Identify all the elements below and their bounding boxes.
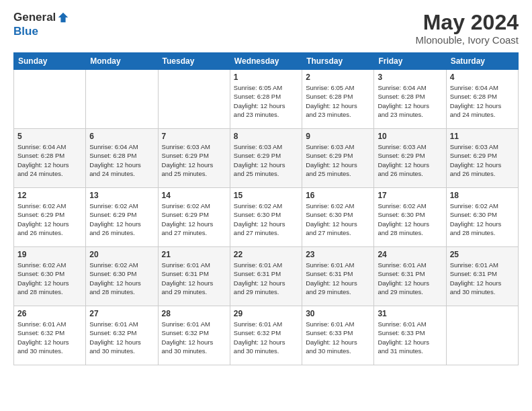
day-info: Sunrise: 6:01 AM Sunset: 6:31 PM Dayligh…: [378, 261, 442, 296]
day-number: 6: [89, 132, 154, 141]
day-info: Sunrise: 6:01 AM Sunset: 6:33 PM Dayligh…: [378, 320, 442, 355]
day-info: Sunrise: 6:01 AM Sunset: 6:31 PM Dayligh…: [450, 261, 515, 296]
day-info: Sunrise: 6:01 AM Sunset: 6:32 PM Dayligh…: [162, 320, 226, 355]
calendar-cell: 13Sunrise: 6:02 AM Sunset: 6:29 PM Dayli…: [86, 188, 158, 247]
day-info: Sunrise: 6:04 AM Sunset: 6:28 PM Dayligh…: [450, 83, 515, 119]
day-info: Sunrise: 6:05 AM Sunset: 6:28 PM Dayligh…: [306, 83, 370, 119]
header-row: SundayMondayTuesdayWednesdayThursdayFrid…: [14, 53, 519, 70]
svg-marker-0: [58, 13, 68, 22]
day-info: Sunrise: 6:04 AM Sunset: 6:28 PM Dayligh…: [17, 142, 82, 178]
header: General Blue May 2024 Mlonouble, Ivory C…: [13, 11, 519, 46]
logo-icon: [57, 11, 69, 24]
calendar-cell: [86, 70, 158, 129]
day-info: Sunrise: 6:03 AM Sunset: 6:29 PM Dayligh…: [378, 142, 442, 178]
day-info: Sunrise: 6:01 AM Sunset: 6:31 PM Dayligh…: [306, 261, 370, 296]
calendar-cell: 24Sunrise: 6:01 AM Sunset: 6:31 PM Dayli…: [374, 247, 446, 306]
day-info: Sunrise: 6:02 AM Sunset: 6:29 PM Dayligh…: [17, 201, 82, 237]
calendar-cell: 5Sunrise: 6:04 AM Sunset: 6:28 PM Daylig…: [14, 129, 86, 188]
calendar-cell: 6Sunrise: 6:04 AM Sunset: 6:28 PM Daylig…: [86, 129, 158, 188]
logo: General Blue: [13, 11, 69, 38]
day-number: 5: [17, 132, 82, 141]
calendar-cell: 30Sunrise: 6:01 AM Sunset: 6:33 PM Dayli…: [302, 306, 374, 365]
day-info: Sunrise: 6:03 AM Sunset: 6:29 PM Dayligh…: [234, 142, 298, 178]
day-number: 22: [234, 250, 298, 259]
header-cell-sunday: Sunday: [14, 53, 86, 70]
calendar-table: SundayMondayTuesdayWednesdayThursdayFrid…: [13, 52, 519, 365]
day-info: Sunrise: 6:02 AM Sunset: 6:30 PM Dayligh…: [450, 201, 515, 237]
day-number: 23: [306, 250, 370, 259]
calendar-cell: 28Sunrise: 6:01 AM Sunset: 6:32 PM Dayli…: [158, 306, 230, 365]
calendar-cell: 10Sunrise: 6:03 AM Sunset: 6:29 PM Dayli…: [374, 129, 446, 188]
day-number: 25: [450, 250, 515, 259]
day-info: Sunrise: 6:03 AM Sunset: 6:29 PM Dayligh…: [162, 142, 226, 178]
day-number: 27: [89, 309, 154, 318]
calendar-cell: 2Sunrise: 6:05 AM Sunset: 6:28 PM Daylig…: [302, 70, 374, 129]
calendar-cell: 31Sunrise: 6:01 AM Sunset: 6:33 PM Dayli…: [374, 306, 446, 365]
day-info: Sunrise: 6:02 AM Sunset: 6:30 PM Dayligh…: [17, 261, 82, 296]
day-number: 4: [450, 73, 515, 82]
day-info: Sunrise: 6:04 AM Sunset: 6:28 PM Dayligh…: [378, 83, 442, 119]
calendar-cell: 26Sunrise: 6:01 AM Sunset: 6:32 PM Dayli…: [14, 306, 86, 365]
day-info: Sunrise: 6:05 AM Sunset: 6:28 PM Dayligh…: [234, 83, 298, 119]
calendar-week-5: 26Sunrise: 6:01 AM Sunset: 6:32 PM Dayli…: [14, 306, 519, 365]
day-info: Sunrise: 6:02 AM Sunset: 6:30 PM Dayligh…: [306, 201, 370, 237]
logo-blue-text: Blue: [13, 25, 38, 38]
calendar-body: 1Sunrise: 6:05 AM Sunset: 6:28 PM Daylig…: [14, 70, 519, 365]
day-number: 2: [306, 73, 370, 82]
calendar-cell: 22Sunrise: 6:01 AM Sunset: 6:31 PM Dayli…: [230, 247, 302, 306]
calendar-cell: 8Sunrise: 6:03 AM Sunset: 6:29 PM Daylig…: [230, 129, 302, 188]
header-cell-friday: Friday: [374, 53, 446, 70]
calendar-cell: 29Sunrise: 6:01 AM Sunset: 6:32 PM Dayli…: [230, 306, 302, 365]
day-info: Sunrise: 6:01 AM Sunset: 6:32 PM Dayligh…: [17, 320, 82, 355]
calendar-cell: 4Sunrise: 6:04 AM Sunset: 6:28 PM Daylig…: [446, 70, 518, 129]
header-cell-tuesday: Tuesday: [158, 53, 230, 70]
day-number: 26: [17, 309, 82, 318]
day-number: 13: [89, 191, 154, 200]
day-number: 21: [162, 250, 226, 259]
day-number: 29: [234, 309, 298, 318]
calendar-cell: 3Sunrise: 6:04 AM Sunset: 6:28 PM Daylig…: [374, 70, 446, 129]
calendar-cell: 19Sunrise: 6:02 AM Sunset: 6:30 PM Dayli…: [14, 247, 86, 306]
day-info: Sunrise: 6:02 AM Sunset: 6:30 PM Dayligh…: [234, 201, 298, 237]
calendar-cell: 23Sunrise: 6:01 AM Sunset: 6:31 PM Dayli…: [302, 247, 374, 306]
calendar-cell: 17Sunrise: 6:02 AM Sunset: 6:30 PM Dayli…: [374, 188, 446, 247]
day-number: 8: [234, 132, 298, 141]
day-number: 10: [378, 132, 442, 141]
day-number: 15: [234, 191, 298, 200]
header-cell-saturday: Saturday: [446, 53, 518, 70]
day-number: 24: [378, 250, 442, 259]
header-cell-wednesday: Wednesday: [230, 53, 302, 70]
day-info: Sunrise: 6:04 AM Sunset: 6:28 PM Dayligh…: [89, 142, 154, 178]
day-info: Sunrise: 6:02 AM Sunset: 6:29 PM Dayligh…: [89, 201, 154, 237]
day-number: 11: [450, 132, 515, 141]
calendar-cell: 1Sunrise: 6:05 AM Sunset: 6:28 PM Daylig…: [230, 70, 302, 129]
day-number: 31: [378, 309, 442, 318]
calendar-cell: 27Sunrise: 6:01 AM Sunset: 6:32 PM Dayli…: [86, 306, 158, 365]
logo-general-text: General: [13, 11, 56, 24]
calendar-week-3: 12Sunrise: 6:02 AM Sunset: 6:29 PM Dayli…: [14, 188, 519, 247]
calendar-cell: [14, 70, 86, 129]
day-info: Sunrise: 6:02 AM Sunset: 6:29 PM Dayligh…: [162, 201, 226, 237]
calendar-cell: [158, 70, 230, 129]
header-cell-thursday: Thursday: [302, 53, 374, 70]
day-number: 1: [234, 73, 298, 82]
calendar-cell: 18Sunrise: 6:02 AM Sunset: 6:30 PM Dayli…: [446, 188, 518, 247]
day-number: 28: [162, 309, 226, 318]
day-number: 19: [17, 250, 82, 259]
day-info: Sunrise: 6:01 AM Sunset: 6:31 PM Dayligh…: [234, 261, 298, 296]
day-number: 20: [89, 250, 154, 259]
calendar-cell: 15Sunrise: 6:02 AM Sunset: 6:30 PM Dayli…: [230, 188, 302, 247]
day-info: Sunrise: 6:03 AM Sunset: 6:29 PM Dayligh…: [450, 142, 515, 178]
calendar-cell: 11Sunrise: 6:03 AM Sunset: 6:29 PM Dayli…: [446, 129, 518, 188]
day-number: 18: [450, 191, 515, 200]
calendar-cell: 9Sunrise: 6:03 AM Sunset: 6:29 PM Daylig…: [302, 129, 374, 188]
calendar-cell: 20Sunrise: 6:02 AM Sunset: 6:30 PM Dayli…: [86, 247, 158, 306]
day-info: Sunrise: 6:01 AM Sunset: 6:32 PM Dayligh…: [89, 320, 154, 355]
calendar-cell: 14Sunrise: 6:02 AM Sunset: 6:29 PM Dayli…: [158, 188, 230, 247]
day-info: Sunrise: 6:02 AM Sunset: 6:30 PM Dayligh…: [378, 201, 442, 237]
day-info: Sunrise: 6:01 AM Sunset: 6:33 PM Dayligh…: [306, 320, 370, 355]
location-text: Mlonouble, Ivory Coast: [416, 34, 519, 46]
day-number: 12: [17, 191, 82, 200]
calendar-cell: 25Sunrise: 6:01 AM Sunset: 6:31 PM Dayli…: [446, 247, 518, 306]
day-number: 14: [162, 191, 226, 200]
